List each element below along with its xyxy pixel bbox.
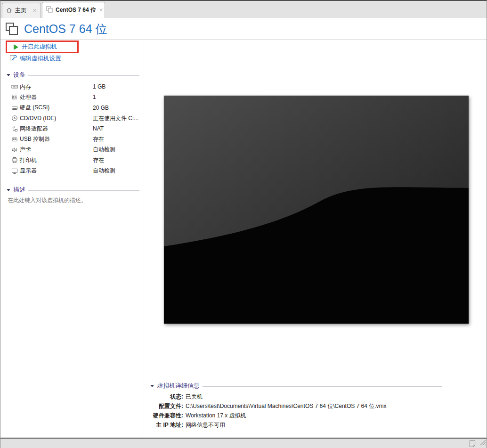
collapse-arrow-icon [7, 74, 10, 76]
detail-row-state: 状态: 已关机 [150, 392, 442, 401]
device-value: 正在使用文件 C:... [93, 114, 138, 122]
device-label: 显示器 [20, 167, 93, 175]
devices-section-title: 设备 [13, 71, 25, 79]
device-value: 自动检测 [93, 167, 115, 175]
close-icon[interactable]: ✕ [99, 8, 103, 13]
vm-screen-preview[interactable] [164, 96, 469, 324]
edit-settings-icon [9, 54, 16, 63]
collapse-arrow-icon [7, 189, 10, 191]
page-title: CentOS 7 64 位 [24, 21, 107, 37]
device-label: 网络适配器 [20, 125, 93, 133]
tab-strip: 主页 ✕ CentOS 7 64 位 ✕ [0, 1, 487, 18]
vm-title-bar: CentOS 7 64 位 [0, 18, 487, 40]
device-label: 打印机 [20, 156, 93, 164]
device-label: USB 控制器 [20, 135, 93, 143]
detail-label: 硬件兼容性: [150, 411, 183, 420]
device-value: 存在 [93, 135, 104, 143]
device-label: 内存 [20, 83, 93, 91]
device-row-display[interactable]: 显示器 自动检测 [0, 165, 143, 176]
edit-vm-settings-link[interactable]: 编辑虚拟机设置 [9, 54, 61, 63]
description-section-title: 描述 [13, 186, 25, 194]
section-divider [28, 75, 139, 76]
vm-content-area: 虚拟机详细信息 状态: 已关机 配置文件: C:\Users\test\Docu… [144, 40, 487, 438]
play-icon [14, 44, 18, 50]
collapse-arrow-icon [150, 385, 154, 387]
note-icon[interactable] [469, 440, 476, 448]
detail-value: 已关机 [186, 392, 203, 401]
detail-row-config-file: 配置文件: C:\Users\test\Documents\Virtual Ma… [150, 401, 442, 411]
printer-icon [11, 157, 19, 163]
tab-label: CentOS 7 64 位 [56, 6, 96, 14]
detail-label: 配置文件: [150, 401, 183, 411]
tab-label: 主页 [15, 7, 26, 15]
device-value: 1 [93, 94, 96, 100]
usb-controller-icon [11, 136, 19, 143]
device-value: 1 GB [93, 83, 106, 90]
device-label: 处理器 [20, 93, 93, 101]
resize-grip-icon[interactable] [479, 439, 486, 448]
display-icon [11, 168, 19, 174]
device-row-cd-dvd[interactable]: CD/DVD (IDE) 正在使用文件 C:... [0, 113, 143, 123]
description-section-header[interactable]: 描述 [7, 186, 139, 194]
vm-details-section: 虚拟机详细信息 状态: 已关机 配置文件: C:\Users\test\Docu… [150, 382, 442, 430]
device-label: 声卡 [20, 146, 93, 154]
device-list: 内存 1 GB 处理器 1 硬盘 (SCSI) [0, 81, 143, 176]
device-value: 20 GB [93, 105, 109, 111]
device-row-usb-controller[interactable]: USB 控制器 存在 [0, 134, 143, 144]
tab-centos-vm[interactable]: CentOS 7 64 位 ✕ [42, 2, 105, 18]
detail-value: C:\Users\test\Documents\Virtual Machines… [186, 401, 387, 411]
device-value: NAT [93, 125, 104, 132]
detail-label: 状态: [150, 392, 183, 401]
vm-details-title: 虚拟机详细信息 [157, 382, 200, 390]
vm-details-header[interactable]: 虚拟机详细信息 [150, 382, 442, 390]
device-label: CD/DVD (IDE) [20, 115, 93, 122]
detail-label: 主 IP 地址: [150, 420, 183, 430]
vmware-workstation-window: 主页 ✕ CentOS 7 64 位 ✕ CentOS 7 64 位 [0, 0, 487, 448]
tab-home[interactable]: 主页 ✕ [2, 3, 41, 18]
device-row-harddisk[interactable]: 硬盘 (SCSI) 20 GB [0, 103, 143, 113]
power-on-label: 开启此虚拟机 [22, 43, 57, 51]
network-adapter-icon [11, 125, 19, 132]
vm-icon [46, 6, 53, 15]
device-label: 硬盘 (SCSI) [20, 104, 93, 112]
device-value: 存在 [93, 156, 104, 164]
power-on-vm-link[interactable]: 开启此虚拟机 [14, 43, 57, 51]
device-row-processor[interactable]: 处理器 1 [0, 92, 143, 102]
device-row-printer[interactable]: 打印机 存在 [0, 155, 143, 165]
device-row-sound-card[interactable]: 声卡 自动检测 [0, 145, 143, 155]
description-placeholder[interactable]: 在此处键入对该虚拟机的描述。 [8, 196, 87, 204]
sidebar: 开启此虚拟机 编辑虚拟机设置 设备 [0, 40, 143, 438]
section-divider [28, 190, 139, 191]
device-value: 自动检测 [93, 146, 115, 154]
device-row-memory[interactable]: 内存 1 GB [0, 81, 143, 92]
detail-row-primary-ip: 主 IP 地址: 网络信息不可用 [150, 420, 442, 430]
status-bar [0, 438, 487, 448]
vm-icon [5, 22, 18, 37]
cd-dvd-icon [11, 115, 19, 122]
edit-settings-label: 编辑虚拟机设置 [20, 55, 61, 63]
processor-icon [11, 94, 19, 100]
close-icon[interactable]: ✕ [32, 8, 37, 13]
device-row-network-adapter[interactable]: 网络适配器 NAT [0, 123, 143, 134]
memory-icon [11, 83, 19, 90]
harddisk-icon [11, 105, 19, 111]
section-divider [203, 386, 442, 387]
detail-value: Workstation 17.x 虚拟机 [186, 411, 246, 420]
detail-row-hardware-compat: 硬件兼容性: Workstation 17.x 虚拟机 [150, 411, 442, 420]
home-icon [6, 7, 12, 15]
devices-section-header[interactable]: 设备 [7, 71, 139, 79]
detail-value: 网络信息不可用 [186, 420, 225, 430]
sound-card-icon [11, 147, 19, 153]
